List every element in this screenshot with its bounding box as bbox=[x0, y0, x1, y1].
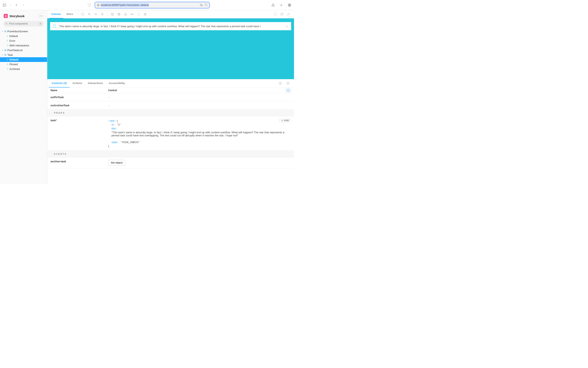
canvas-toolbar: Canvas Docs bbox=[47, 10, 294, 18]
task-title: This task's name is absurdly large. In f… bbox=[59, 25, 282, 28]
search-icon bbox=[5, 22, 8, 25]
nav-back-icon[interactable] bbox=[14, 3, 19, 7]
sidebar-toggle-icon[interactable] bbox=[2, 3, 7, 7]
grid-icon[interactable] bbox=[116, 11, 122, 17]
url-bar[interactable]: localhost:6006/?path=/story/task--defaul… bbox=[95, 2, 209, 8]
search-input[interactable]: Find components / bbox=[3, 21, 44, 27]
fullscreen-icon[interactable] bbox=[272, 11, 278, 17]
section-props[interactable]: PROPS bbox=[47, 110, 294, 116]
svg-rect-42 bbox=[118, 13, 119, 14]
svg-rect-24 bbox=[6, 49, 6, 50]
tree-component[interactable]: ▸PureTaskList bbox=[0, 48, 47, 53]
svg-point-15 bbox=[41, 16, 41, 16]
section-events[interactable]: EVENTS bbox=[47, 151, 294, 157]
tab-canvas[interactable]: Canvas bbox=[49, 10, 63, 18]
accessibility-icon[interactable] bbox=[142, 11, 148, 17]
globe-icon bbox=[97, 4, 100, 7]
sidebar: S Storybook Find components / ▾PureInbox… bbox=[0, 10, 47, 184]
copy-link-icon[interactable] bbox=[285, 11, 291, 17]
col-header-name: Name bbox=[50, 89, 108, 92]
svg-point-16 bbox=[42, 16, 42, 16]
eye-icon bbox=[281, 120, 283, 122]
svg-rect-0 bbox=[3, 4, 6, 6]
new-tab-icon[interactable] bbox=[279, 3, 283, 7]
shield-icon[interactable] bbox=[87, 3, 91, 7]
svg-rect-23 bbox=[5, 49, 5, 50]
col-header-control: Control bbox=[108, 89, 286, 92]
task-row: This task's name is absurdly large. In f… bbox=[50, 22, 291, 30]
reload-icon[interactable] bbox=[205, 3, 208, 7]
tab-overview-icon[interactable] bbox=[287, 3, 292, 7]
svg-rect-45 bbox=[119, 15, 120, 15]
addon-tab-controls[interactable]: Controls (3) bbox=[49, 79, 70, 88]
star-icon[interactable]: ★ bbox=[285, 24, 288, 28]
search-shortcut: / bbox=[39, 22, 42, 25]
canvas-preview: This task's name is absurdly large. In f… bbox=[47, 18, 294, 79]
story-icon bbox=[6, 39, 9, 42]
addon-tab-actions[interactable]: Actions bbox=[70, 79, 85, 88]
json-tree[interactable]: ▾ task : { id : "1" title : "This task's… bbox=[108, 119, 291, 148]
tree-story[interactable]: Default bbox=[0, 57, 47, 62]
panel-orientation-icon[interactable] bbox=[277, 81, 283, 86]
translate-icon[interactable] bbox=[200, 3, 203, 7]
share-icon[interactable] bbox=[271, 3, 275, 7]
story-icon bbox=[6, 44, 9, 47]
url-text: localhost:6006/?path=/story/task--defaul… bbox=[101, 3, 149, 7]
svg-rect-13 bbox=[290, 5, 291, 6]
tab-docs[interactable]: Docs bbox=[64, 10, 76, 18]
background-icon[interactable] bbox=[109, 11, 115, 17]
control-name: onArchiveTask bbox=[50, 104, 108, 107]
tree-story[interactable]: Default bbox=[0, 34, 47, 38]
reset-controls-button[interactable] bbox=[286, 88, 291, 92]
addon-tab-accessibility[interactable]: Accessibility bbox=[106, 79, 128, 88]
svg-rect-43 bbox=[119, 13, 120, 14]
chevron-down-icon[interactable] bbox=[9, 4, 11, 6]
story-icon bbox=[6, 68, 9, 70]
component-icon bbox=[4, 49, 7, 52]
sidebar-menu-button[interactable] bbox=[38, 13, 44, 19]
svg-rect-19 bbox=[5, 31, 5, 31]
svg-point-14 bbox=[40, 16, 40, 16]
zoom-out-icon[interactable] bbox=[93, 11, 99, 17]
task-checkbox[interactable] bbox=[53, 25, 56, 28]
search-placeholder: Find components bbox=[9, 22, 28, 25]
svg-rect-26 bbox=[6, 50, 6, 51]
zoom-in-icon[interactable] bbox=[86, 11, 92, 17]
remount-icon[interactable] bbox=[80, 11, 85, 17]
raw-toggle-button[interactable]: RAW bbox=[279, 119, 291, 122]
open-new-tab-icon[interactable] bbox=[279, 11, 285, 17]
tree-story[interactable]: Error bbox=[0, 38, 47, 43]
svg-rect-22 bbox=[6, 31, 6, 32]
svg-line-39 bbox=[103, 15, 104, 15]
main-panel: Canvas Docs This task's name is ab bbox=[47, 10, 294, 184]
svg-rect-57 bbox=[279, 83, 281, 84]
svg-point-17 bbox=[6, 23, 7, 24]
measure-icon[interactable] bbox=[129, 11, 135, 17]
set-object-button[interactable]: Set object bbox=[108, 160, 125, 166]
tree-component[interactable]: ▾Task bbox=[0, 53, 47, 57]
svg-line-32 bbox=[90, 15, 90, 15]
tree-story[interactable]: Archived bbox=[0, 67, 47, 71]
svg-rect-20 bbox=[6, 31, 6, 31]
brand-name: Storybook bbox=[9, 14, 25, 18]
chevron-down-icon bbox=[50, 153, 52, 155]
addon-tab-interactions[interactable]: Interactions bbox=[85, 79, 106, 88]
control-name: onPinTask bbox=[50, 96, 108, 99]
story-icon bbox=[6, 58, 9, 61]
tree-story[interactable]: With Interactions bbox=[0, 43, 47, 48]
zoom-reset-icon[interactable] bbox=[99, 11, 105, 17]
svg-rect-10 bbox=[288, 4, 289, 5]
ellipsis-icon bbox=[39, 16, 42, 16]
tree-component[interactable]: ▾PureInboxScreen bbox=[0, 29, 47, 34]
addons-panel: Controls (3) Actions Interactions Access… bbox=[47, 79, 294, 184]
component-icon bbox=[4, 30, 7, 33]
panel-close-icon[interactable] bbox=[285, 81, 291, 86]
tree-story[interactable]: Pinned bbox=[0, 62, 47, 67]
svg-point-62 bbox=[282, 120, 283, 121]
brand[interactable]: S Storybook bbox=[4, 14, 25, 18]
svg-rect-12 bbox=[288, 5, 289, 6]
svg-rect-28 bbox=[6, 54, 6, 55]
story-icon bbox=[6, 35, 9, 37]
viewport-icon[interactable] bbox=[123, 11, 128, 17]
outline-icon[interactable] bbox=[136, 11, 141, 17]
